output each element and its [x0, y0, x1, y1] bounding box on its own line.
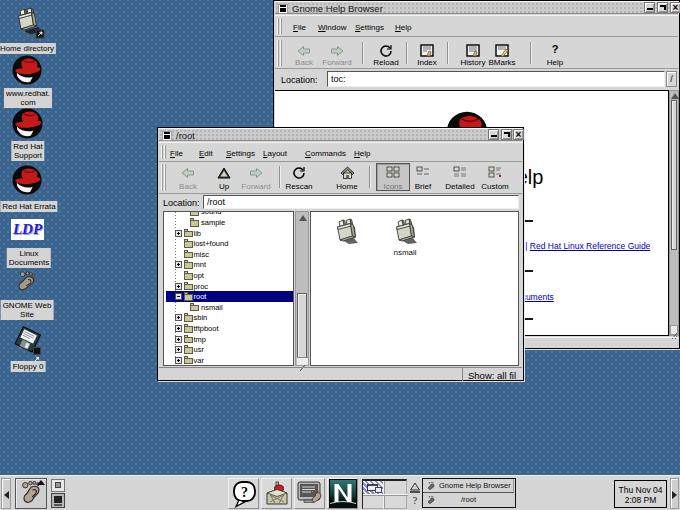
- svg-text:?: ?: [241, 485, 248, 500]
